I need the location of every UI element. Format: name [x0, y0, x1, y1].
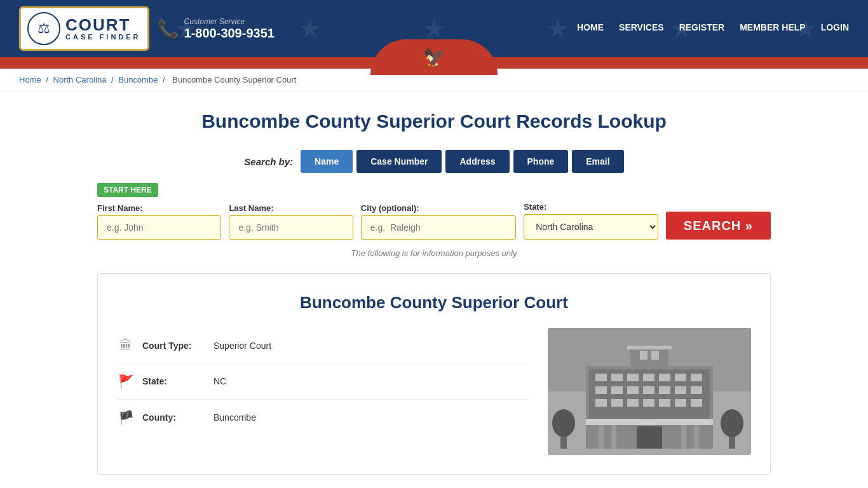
- svg-rect-9: [675, 374, 686, 381]
- last-name-field: Last Name:: [229, 203, 353, 240]
- cs-label: Customer Service: [184, 17, 275, 26]
- svg-rect-8: [659, 374, 670, 381]
- first-name-field: First Name:: [97, 203, 221, 240]
- nav-login[interactable]: LOGIN: [821, 22, 849, 35]
- logo-emblem: ⚖: [27, 12, 60, 45]
- court-building-image: [548, 328, 751, 455]
- svg-rect-16: [675, 386, 686, 394]
- breadcrumb-sep-3: /: [163, 75, 167, 85]
- court-type-value: Superior Court: [214, 341, 271, 351]
- svg-rect-17: [691, 386, 702, 394]
- info-note: The following is for information purpose…: [97, 248, 771, 258]
- breadcrumb-home[interactable]: Home: [19, 75, 41, 85]
- svg-rect-7: [643, 374, 654, 381]
- last-name-input[interactable]: [229, 215, 353, 240]
- county-row: 🏴 County: Buncombe: [117, 400, 529, 435]
- last-name-label: Last Name:: [229, 203, 353, 213]
- court-card: Buncombe County Superior Court 🏛 Court T…: [97, 273, 771, 475]
- svg-rect-18: [595, 399, 607, 407]
- main-nav: HOME SERVICES REGISTER MEMBER HELP LOGIN: [577, 22, 849, 35]
- search-by-row: Search by: Name Case Number Address Phon…: [97, 150, 771, 173]
- logo-court-label: COURT: [65, 17, 141, 33]
- court-card-body: 🏛 Court Type: Superior Court 🚩 State: NC…: [117, 328, 751, 455]
- nav-register[interactable]: REGISTER: [679, 22, 725, 35]
- svg-rect-10: [691, 374, 702, 381]
- breadcrumb-current: Buncombe County Superior Court: [172, 75, 296, 85]
- svg-rect-6: [627, 374, 639, 381]
- state-icon: 🚩: [117, 374, 135, 389]
- court-info-table: 🏛 Court Type: Superior Court 🚩 State: NC…: [117, 328, 529, 435]
- tab-email[interactable]: Email: [572, 150, 623, 173]
- svg-rect-13: [627, 386, 639, 394]
- county-value: Buncombe: [214, 412, 256, 423]
- city-input[interactable]: [361, 215, 516, 240]
- svg-rect-20: [627, 399, 639, 407]
- svg-rect-14: [643, 386, 654, 394]
- stars-row: ★★★ ★★★: [370, 76, 498, 85]
- page-title: Buncombe County Superior Court Records L…: [97, 111, 771, 132]
- cs-phone: 1-800-309-9351: [184, 26, 275, 41]
- svg-point-38: [721, 409, 743, 437]
- tab-phone[interactable]: Phone: [513, 150, 569, 173]
- search-form-area: START HERE First Name: Last Name: City (…: [97, 183, 771, 240]
- eagle-center: 🦅 ★★★ ★★★: [370, 39, 498, 85]
- state-select[interactable]: North Carolina Alabama Alaska Arizona Ar…: [524, 214, 658, 240]
- court-type-row: 🏛 Court Type: Superior Court: [117, 328, 529, 363]
- first-name-input[interactable]: [97, 215, 221, 240]
- state-key: State:: [142, 376, 206, 386]
- phone-icon: 📞: [157, 18, 179, 39]
- logo-box: ⚖ COURT CASE FINDER: [19, 6, 149, 51]
- search-form: First Name: Last Name: City (optional): …: [97, 202, 771, 240]
- first-name-label: First Name:: [97, 203, 221, 213]
- tab-case-number[interactable]: Case Number: [356, 150, 442, 173]
- svg-rect-26: [599, 422, 604, 449]
- breadcrumb-state[interactable]: North Carolina: [53, 75, 107, 85]
- court-card-title: Buncombe County Superior Court: [117, 293, 751, 313]
- search-by-label: Search by:: [244, 156, 293, 167]
- svg-rect-4: [595, 374, 607, 381]
- svg-rect-24: [691, 399, 702, 407]
- svg-point-36: [552, 409, 575, 437]
- svg-rect-34: [651, 351, 659, 360]
- svg-rect-15: [659, 386, 670, 394]
- svg-rect-21: [643, 399, 654, 407]
- state-field: State: North Carolina Alabama Alaska Ari…: [524, 202, 658, 240]
- eagle-icon: 🦅: [423, 47, 445, 68]
- svg-rect-5: [611, 374, 623, 381]
- svg-rect-33: [640, 351, 648, 360]
- breadcrumb-county[interactable]: Buncombe: [118, 75, 158, 85]
- state-label: State:: [524, 202, 658, 212]
- county-key: County:: [142, 412, 206, 423]
- logo-text: COURT CASE FINDER: [65, 17, 141, 41]
- nav-home[interactable]: HOME: [577, 22, 604, 35]
- search-button[interactable]: SEARCH »: [666, 212, 771, 240]
- city-field: City (optional):: [361, 203, 516, 240]
- svg-rect-30: [586, 419, 713, 425]
- nav-services[interactable]: SERVICES: [619, 22, 664, 35]
- court-type-icon: 🏛: [117, 338, 135, 353]
- svg-rect-29: [694, 422, 699, 449]
- tab-name[interactable]: Name: [301, 150, 353, 173]
- main-content: Buncombe County Superior Court Records L…: [85, 92, 783, 488]
- customer-service: 📞 Customer Service 1-800-309-9351: [157, 17, 275, 41]
- eagle-arc: 🦅: [370, 39, 498, 75]
- svg-rect-11: [595, 386, 607, 394]
- svg-rect-27: [611, 422, 616, 449]
- court-type-key: Court Type:: [142, 341, 206, 351]
- breadcrumb-sep-1: /: [46, 75, 50, 85]
- svg-rect-23: [675, 399, 686, 407]
- state-value: NC: [214, 376, 226, 386]
- cs-text: Customer Service 1-800-309-9351: [184, 17, 275, 41]
- svg-rect-31: [630, 347, 668, 369]
- svg-rect-28: [681, 422, 686, 449]
- county-icon: 🏴: [117, 410, 135, 425]
- svg-rect-25: [637, 426, 662, 449]
- nav-member-help[interactable]: MEMBER HELP: [740, 22, 805, 35]
- svg-rect-12: [611, 386, 623, 394]
- svg-rect-22: [659, 399, 670, 407]
- svg-rect-32: [627, 346, 672, 349]
- state-row: 🚩 State: NC: [117, 363, 529, 400]
- tab-address[interactable]: Address: [445, 150, 509, 173]
- logo-case-finder-label: CASE FINDER: [65, 33, 141, 41]
- start-here-badge: START HERE: [97, 183, 158, 197]
